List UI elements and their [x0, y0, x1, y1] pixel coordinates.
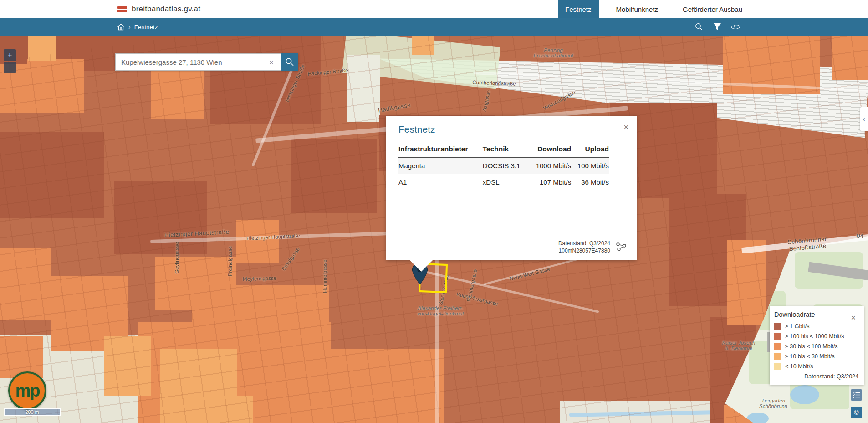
search-input[interactable] [115, 53, 281, 71]
zoom-control: + − [4, 49, 16, 73]
legend-swatch [774, 343, 781, 350]
map-label: Geylinggasse [174, 242, 179, 274]
legend-item: ≥ 100 bis < 1000 Mbit/s [774, 333, 858, 340]
tab-mobilfunknetz[interactable]: Mobilfunknetz [609, 0, 666, 18]
provider-table: InfrastrukturanbieterTechnikDownloadUplo… [398, 142, 609, 190]
map-label: Schönbrunner Schloßstraße [776, 234, 838, 253]
legend-label: ≥ 1 Gbit/s [785, 323, 809, 330]
popup-table-head: InfrastrukturanbieterTechnikDownloadUplo… [398, 142, 609, 157]
legend-swatch [774, 363, 781, 370]
zoom-out-button[interactable]: − [4, 62, 16, 73]
festnetz-popup: Festnetz × InfrastrukturanbieterTechnikD… [386, 116, 637, 260]
popup-cell-id: 100mN28057E47880 [558, 247, 610, 254]
map-label: Kaiser Joseph II.-Denkmal [722, 340, 756, 351]
breadcrumb-current: Festnetz [134, 24, 158, 31]
address-search: × [115, 53, 298, 71]
map-label: Bossigasse [281, 246, 301, 271]
popup-datenstand: Datenstand: Q3/2024 [558, 240, 610, 247]
copyright-button[interactable]: © [851, 407, 862, 418]
popup-pointer [409, 260, 433, 272]
map-label: Astgasse [481, 90, 491, 112]
legend-label: < 10 Mbit/s [785, 363, 813, 370]
basemap-attribution-logo[interactable]: mp [8, 371, 46, 410]
legend-label: ≥ 100 bis < 1000 Mbit/s [785, 333, 844, 340]
column-header: Infrastrukturanbieter [398, 142, 483, 157]
table-row: A1xDSL107 Mbit/s36 Mbit/s [398, 174, 609, 191]
map-label: Meytensgasse [243, 275, 277, 282]
map-label: Penzing Frachtenbahnhof [534, 47, 573, 58]
legend-swatch [774, 323, 781, 330]
close-icon[interactable]: × [849, 312, 858, 324]
column-header: Upload [571, 142, 609, 157]
scale-bar: 200 m [4, 408, 61, 416]
legend-panel: Downloadrate × ≥ 1 Gbit/s≥ 100 bis < 100… [770, 306, 864, 385]
map-label: Preindlgasse [227, 246, 233, 276]
search-button[interactable] [281, 53, 298, 71]
map-label: Kupelwiesergasse [456, 291, 498, 307]
map-label: Hadikgasse [378, 101, 411, 113]
app-header: breitbandatlas.gv.at FestnetzMobilfunkne… [0, 0, 868, 18]
legend-item: ≥ 1 Gbit/s [774, 323, 858, 330]
table-row: MagentaDOCSIS 3.11000 Mbit/s100 Mbit/s [398, 157, 609, 174]
nav-tabs: FestnetzMobilfunknetzGeförderter Ausbau [558, 0, 750, 18]
austria-outline-icon[interactable] [730, 22, 740, 32]
breadcrumb: › Festnetz [117, 23, 158, 31]
clear-search-icon[interactable]: × [266, 53, 277, 71]
legend-item: ≥ 10 bis < 30 Mbit/s [774, 353, 858, 360]
legend-item: < 10 Mbit/s [774, 363, 858, 370]
map-label: Fichtnergasse [466, 268, 478, 302]
popup-meta: Datenstand: Q3/2024 100mN28057E47880 [558, 240, 610, 254]
column-header: Technik [483, 142, 529, 157]
legend-items: ≥ 1 Gbit/s≥ 100 bis < 1000 Mbit/s≥ 30 bi… [774, 323, 858, 370]
legend-item: ≥ 30 bis < 100 Mbit/s [774, 343, 858, 350]
column-header: Download [529, 142, 571, 157]
filter-icon[interactable] [712, 22, 722, 32]
layer-list-button[interactable] [851, 389, 862, 401]
austria-flag-icon [117, 6, 127, 12]
map-label: Hietzinger Hauptstraße [164, 228, 229, 238]
popup-title: Festnetz [386, 116, 637, 135]
map-label: Tiergarten Schönbrunn [759, 398, 787, 409]
legend-title: Downloadrate [774, 311, 858, 318]
brand-name: breitbandatlas.gv.at [132, 5, 200, 14]
legend-swatch [774, 353, 781, 360]
map-label: Hummelgasse [322, 259, 327, 293]
legend-swatch [774, 333, 781, 340]
legend-label: ≥ 10 bis < 30 Mbit/s [785, 353, 835, 360]
toolbar: › Festnetz [0, 18, 868, 36]
brand[interactable]: breitbandatlas.gv.at [117, 5, 200, 14]
map-label: Alexander-Freiherr- von-Hügel-Denkmal [417, 305, 464, 316]
map-label: Neue-Welt-Gasse [509, 266, 550, 282]
map-canvas[interactable]: Hietzinger StraßeHackinger StraßeHadikga… [0, 36, 868, 423]
search-icon[interactable] [694, 22, 704, 32]
zoom-in-button[interactable]: + [4, 49, 16, 61]
tab-gef-rderter-ausbau[interactable]: Geförderter Ausbau [675, 0, 750, 18]
map-label: Weinzierlgasse [542, 89, 576, 111]
panel-collapse-button[interactable]: ‹ [860, 107, 868, 131]
popup-table-body: MagentaDOCSIS 3.11000 Mbit/s100 Mbit/sA1… [398, 157, 609, 190]
legend-datenstand: Datenstand: Q3/2024 [774, 373, 858, 380]
share-icon[interactable] [616, 242, 627, 253]
map-label: Hackinger Straße [307, 67, 348, 77]
map-label: U4 [856, 233, 863, 239]
home-icon[interactable] [117, 23, 125, 31]
close-icon[interactable]: × [622, 121, 630, 133]
map-label: Hietzinger Hauptstraße [246, 233, 301, 241]
tab-festnetz[interactable]: Festnetz [558, 0, 599, 18]
breadcrumb-separator: › [128, 23, 131, 31]
map-label: Cumberlandstraße [472, 79, 516, 86]
legend-label: ≥ 30 bis < 100 Mbit/s [785, 343, 838, 350]
